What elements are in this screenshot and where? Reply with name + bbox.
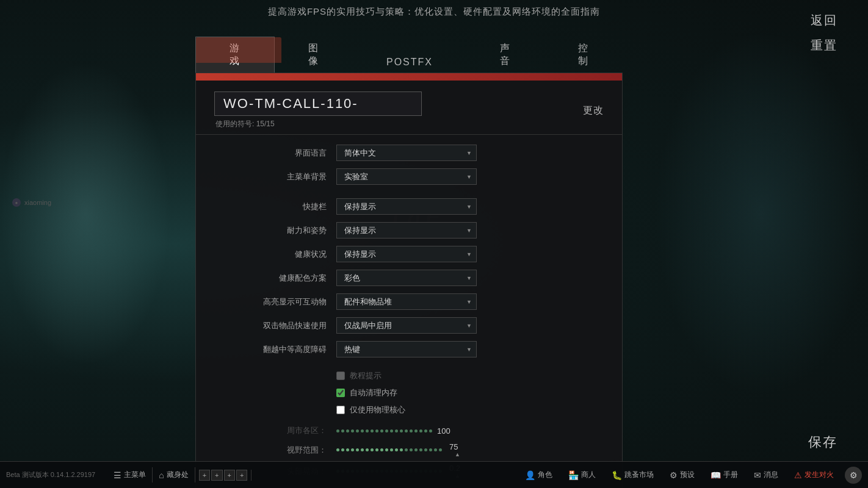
fov-dot-1 <box>336 448 339 451</box>
tab-control-label: 控制 <box>578 43 589 66</box>
fov-dot-6 <box>361 448 364 451</box>
action-btn-1[interactable]: + <box>199 470 210 481</box>
back-button[interactable]: 返回 <box>811 12 837 29</box>
right-action-buttons: 返回 重置 <box>811 12 837 54</box>
ui-language-select[interactable]: 简体中文 English 繁體中文 <box>336 145 477 161</box>
fov-dot-14 <box>400 448 403 451</box>
tab-image[interactable]: 图像 <box>275 37 353 73</box>
nav-preset[interactable]: ⚙ 预设 <box>662 467 702 483</box>
fov-dot-13 <box>395 448 398 451</box>
ui-language-wrapper: 简体中文 English 繁體中文 <box>336 145 477 161</box>
tutorial-tips-checkbox[interactable] <box>336 371 345 380</box>
nav-main-menu[interactable]: ☰ 主菜单 <box>107 467 153 483</box>
stamina-select[interactable]: 保持显示 自动隐藏 <box>336 222 477 239</box>
health-color-label: 健康配色方案 <box>214 273 336 284</box>
main-menu-bg-label: 主菜单背景 <box>214 171 336 182</box>
setting-row-double-click: 双击物品快速使用 仅战局中启用 始终 关闭 <box>214 314 604 337</box>
reset-button[interactable]: 重置 <box>811 37 837 54</box>
character-icon: 👤 <box>525 470 535 480</box>
physical-cores-row: 仅使用物理核心 <box>336 401 604 418</box>
city-dot-15 <box>405 429 408 432</box>
merchant-label: 商人 <box>581 470 596 480</box>
checkbox-section: 教程提示 自动清理内存 仅使用物理核心 <box>196 367 622 418</box>
edit-name-button[interactable]: 更改 <box>583 104 604 117</box>
city-dot-8 <box>371 429 374 432</box>
shortcut-bar-select[interactable]: 保持显示 自动隐藏 <box>336 198 477 215</box>
health-color-wrapper: 彩色 单色 <box>336 270 477 286</box>
username-display: ● xiaoming <box>12 198 51 207</box>
fov-dot-17 <box>414 448 418 451</box>
fov-dot-18 <box>419 448 422 451</box>
main-menu-bg-select[interactable]: 实验室 默认 <box>336 168 477 185</box>
messages-icon: ✉ <box>754 470 761 480</box>
save-button[interactable]: 保存 <box>808 433 837 451</box>
health-status-select[interactable]: 保持显示 自动隐藏 <box>336 246 477 262</box>
hideout-label: 藏身处 <box>167 470 189 480</box>
bg-blur-right <box>654 30 868 396</box>
nav-friendly-fire[interactable]: ⚠ 发生对火 <box>787 467 841 483</box>
city-dot-7 <box>366 429 369 432</box>
health-color-select[interactable]: 彩色 单色 <box>336 270 477 286</box>
action-buttons-group: + + + + <box>195 470 252 481</box>
city-dot-9 <box>375 429 378 432</box>
action-btn-4[interactable]: + <box>236 470 247 481</box>
fov-dot-7 <box>366 448 369 451</box>
nav-hideout[interactable]: ⌂ 藏身处 <box>153 467 195 483</box>
tab-postfx[interactable]: POSTFX <box>353 52 466 73</box>
health-status-wrapper: 保持显示 自动隐藏 <box>336 246 477 262</box>
preset-icon: ⚙ <box>670 470 678 480</box>
physical-cores-checkbox[interactable] <box>336 406 345 414</box>
tab-control[interactable]: 控制 <box>544 37 623 73</box>
fov-dot-4 <box>351 448 354 451</box>
city-dot-17 <box>414 429 418 432</box>
vault-wrapper: 热键 自动 关闭 <box>336 341 477 357</box>
fov-dot-10 <box>380 448 383 451</box>
health-status-label: 健康状况 <box>214 249 336 260</box>
physical-cores-label: 仅使用物理核心 <box>350 404 405 415</box>
city-dot-18 <box>419 429 422 432</box>
bg-blur-left <box>0 61 171 366</box>
tab-game-label: 游戏 <box>230 43 241 66</box>
double-click-label: 双击物品快速使用 <box>214 320 336 331</box>
city-dot-19 <box>424 429 427 432</box>
slider-row-city-district: 周市各区： <box>214 422 604 439</box>
city-dot-13 <box>395 429 398 432</box>
auto-clear-memory-label: 自动清理内存 <box>350 387 397 398</box>
tab-game[interactable]: 游戏 <box>195 37 275 73</box>
nav-flea-market[interactable]: 🐛 跳蚤市场 <box>604 467 661 483</box>
city-dot-20 <box>429 429 432 432</box>
double-click-control: 仅战局中启用 始终 关闭 <box>336 317 604 334</box>
vault-label: 翻越中等高度障碍 <box>214 344 336 355</box>
settings-list: 界面语言 简体中文 English 繁體中文 主菜单背景 <box>196 135 622 367</box>
player-name-input[interactable] <box>214 92 422 116</box>
hideout-icon: ⌂ <box>159 470 164 480</box>
shortcut-bar-control: 保持显示 自动隐藏 <box>336 198 604 215</box>
flea-market-icon: 🐛 <box>612 470 622 480</box>
red-accent-bar <box>196 73 622 81</box>
nav-messages[interactable]: ✉ 消息 <box>747 467 786 483</box>
fov-dot-2 <box>341 448 344 451</box>
manual-label: 手册 <box>723 470 738 480</box>
beta-version-label: Beta 测试版本 0.14.1.2.29197 <box>6 470 95 479</box>
highlight-control: 配件和物品堆 全部 关闭 <box>336 293 604 310</box>
nav-manual[interactable]: 📖 手册 <box>703 467 745 483</box>
stamina-label: 耐力和姿势 <box>214 225 336 236</box>
friendly-fire-label: 发生对火 <box>805 470 834 480</box>
setting-row-health-color: 健康配色方案 彩色 单色 <box>214 266 604 290</box>
nav-character[interactable]: 👤 角色 <box>518 467 560 483</box>
city-dot-1 <box>336 429 339 432</box>
warning-icon: ⚠ <box>794 470 802 480</box>
auto-clear-memory-checkbox[interactable] <box>336 389 345 397</box>
nav-merchant[interactable]: 🏪 商人 <box>561 467 603 483</box>
fov-up-arrow[interactable]: ▲ <box>455 451 460 458</box>
action-btn-2[interactable]: + <box>211 470 222 481</box>
highlight-select[interactable]: 配件和物品堆 全部 关闭 <box>336 293 477 310</box>
stamina-wrapper: 保持显示 自动隐藏 <box>336 222 477 239</box>
tab-sound[interactable]: 声音 <box>466 37 544 73</box>
double-click-select[interactable]: 仅战局中启用 始终 关闭 <box>336 317 477 334</box>
fov-track[interactable] <box>336 448 442 451</box>
nav-settings-icon[interactable]: ⚙ <box>845 467 862 484</box>
vault-select[interactable]: 热键 自动 关闭 <box>336 341 477 357</box>
user-avatar: ● <box>12 198 21 207</box>
action-btn-3[interactable]: + <box>224 470 235 481</box>
